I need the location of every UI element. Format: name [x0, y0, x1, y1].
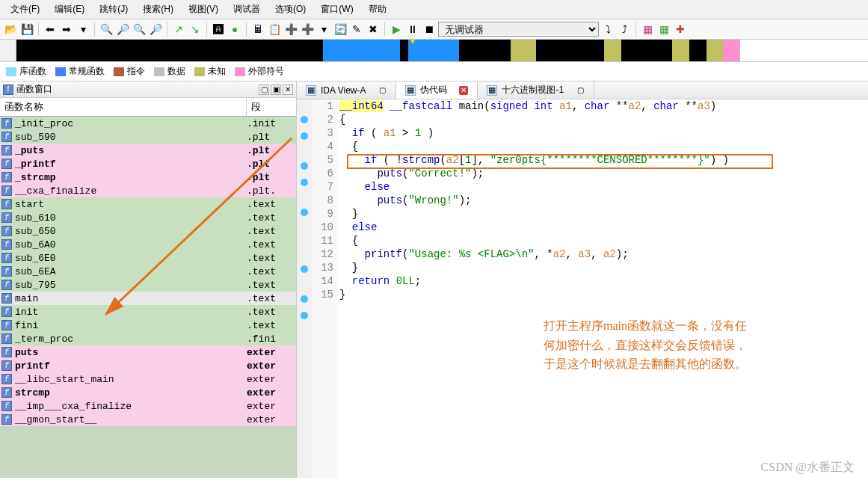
menu-jump[interactable]: 跳转(J) [92, 1, 135, 17]
menu-view[interactable]: 视图(V) [181, 1, 226, 17]
panel-close-icon[interactable]: ✕ [283, 84, 293, 95]
refresh-icon[interactable]: 🔄 [333, 22, 348, 37]
breakpoint-dot[interactable] [301, 312, 308, 319]
run-icon[interactable]: ● [227, 22, 242, 37]
back-icon[interactable]: ⬅ [43, 22, 58, 37]
function-row[interactable]: f__gmon_start__exter [0, 413, 296, 426]
code-line[interactable]: else [339, 221, 868, 234]
function-row[interactable]: fsub_795.text [0, 278, 296, 292]
menu-debugger[interactable]: 调试器 [226, 1, 268, 17]
win2-icon[interactable]: ▦ [656, 22, 671, 37]
delete-icon[interactable]: ✖ [366, 22, 381, 37]
plus2-icon[interactable]: ➕ [300, 22, 315, 37]
tab[interactable]: ▦十六进制视图-1▢ [478, 81, 594, 99]
function-list-header[interactable]: 函数名称 段 [0, 98, 296, 117]
function-row[interactable]: fsub_6EA.text [0, 265, 296, 278]
minus-icon[interactable]: ▾ [316, 22, 331, 37]
breakpoint-dot[interactable] [301, 295, 308, 303]
seq-search-icon[interactable]: 🔎 [148, 22, 163, 37]
function-row[interactable]: fsub_650.text [0, 224, 296, 238]
stop-icon[interactable]: ⏹ [422, 22, 437, 37]
hex-icon[interactable]: 🅰 [211, 22, 226, 37]
code-line[interactable]: __int64 __fastcall main(signed int a1, c… [339, 99, 868, 113]
function-row[interactable]: ffini.text [0, 319, 296, 332]
save-icon[interactable]: 💾 [19, 22, 34, 37]
function-row[interactable]: finit.text [0, 305, 296, 319]
text-search-icon[interactable]: 🔍 [99, 22, 114, 37]
function-row[interactable]: f_puts.plt [0, 144, 296, 157]
breakpoint-dot[interactable] [301, 132, 308, 140]
calc-icon[interactable]: 🖩 [250, 22, 265, 37]
code-line[interactable]: } [339, 288, 868, 301]
function-row[interactable]: f_init_proc.init [0, 117, 296, 130]
function-row[interactable]: fsub_6E0.text [0, 251, 296, 265]
code-line[interactable]: puts("Wrong!"); [339, 194, 868, 207]
debugger-select[interactable]: 无调试器 [438, 22, 599, 37]
step-into-icon[interactable]: ⤵ [600, 22, 615, 37]
script-icon[interactable]: 📋 [267, 22, 282, 37]
breakpoint-gutter[interactable] [297, 99, 312, 478]
code-line[interactable]: if ( a1 > 1 ) [339, 126, 868, 140]
step-over-icon[interactable]: ⤴ [617, 22, 632, 37]
menu-window[interactable]: 窗口(W) [313, 1, 360, 17]
function-row[interactable]: f_term_proc.fini [0, 332, 296, 345]
function-row[interactable]: fstart.text [0, 197, 296, 211]
navigation-bar[interactable]: ▼ [0, 40, 868, 62]
plus1-icon[interactable]: ➕ [283, 22, 298, 37]
function-row[interactable]: fmain.text [0, 292, 296, 305]
edit-icon[interactable]: ✎ [349, 22, 364, 37]
win3-icon[interactable]: ✚ [673, 22, 688, 37]
function-list[interactable]: f_init_proc.initfsub_590.pltf_puts.pltf_… [0, 117, 296, 478]
pause-icon[interactable]: ⏸ [405, 22, 420, 37]
code-area[interactable]: 123456789101112131415 __int64 __fastcall… [297, 99, 868, 478]
xrefs-from-icon[interactable]: ↘ [188, 22, 203, 37]
breakpoint-dot[interactable] [301, 162, 308, 170]
function-row[interactable]: fstrcmpexter [0, 386, 296, 399]
fwd-icon[interactable]: ➡ [59, 22, 74, 37]
function-row[interactable]: fsub_610.text [0, 211, 296, 224]
function-row[interactable]: fsub_590.plt [0, 130, 296, 144]
menu-edit[interactable]: 编辑(E) [47, 1, 92, 17]
code-line[interactable]: else [339, 180, 868, 194]
col-segment[interactable]: 段 [247, 98, 296, 116]
code-line[interactable]: { [339, 140, 868, 153]
menu-options[interactable]: 选项(O) [268, 1, 313, 17]
panel-pin-icon[interactable]: ▢ [259, 84, 269, 95]
dropdown-icon[interactable]: ▾ [76, 22, 90, 37]
play-icon[interactable]: ▶ [389, 22, 404, 37]
function-row[interactable]: f__imp___cxa_finalizeexter [0, 399, 296, 413]
breakpoint-dot[interactable] [301, 209, 308, 216]
imm-search-icon[interactable]: 🔍 [132, 22, 147, 37]
col-name[interactable]: 函数名称 [0, 98, 247, 116]
function-row[interactable]: fsub_6A0.text [0, 238, 296, 251]
close-icon[interactable]: ▢ [576, 86, 585, 95]
close-icon[interactable]: ✕ [459, 86, 468, 95]
function-row[interactable]: f_strcmp.plt [0, 170, 296, 184]
close-icon[interactable]: ▢ [378, 86, 387, 95]
breakpoint-dot[interactable] [301, 116, 308, 123]
code-line[interactable]: { [339, 234, 868, 247]
open-icon[interactable]: 📂 [3, 22, 18, 37]
function-row[interactable]: fprintfexter [0, 359, 296, 372]
xrefs-to-icon[interactable]: ↗ [171, 22, 186, 37]
function-row[interactable]: f__cxa_finalize.plt. [0, 184, 296, 197]
code-line[interactable]: { [339, 113, 868, 126]
code-line[interactable]: printf("Usage: %s <FLAG>\n", *a2, a3, a2… [339, 247, 868, 261]
menu-help[interactable]: 帮助 [361, 1, 394, 17]
code-content[interactable]: __int64 __fastcall main(signed int a1, c… [338, 99, 868, 478]
menu-file[interactable]: 文件(F) [3, 1, 47, 17]
function-row[interactable]: f__libc_start_mainexter [0, 372, 296, 386]
panel-float-icon[interactable]: ▣ [271, 84, 281, 95]
tab[interactable]: ▦IDA View-A▢ [297, 81, 396, 99]
code-line[interactable]: } [339, 261, 868, 274]
code-line[interactable]: return 0LL; [339, 274, 868, 288]
breakpoint-dot[interactable] [301, 265, 308, 273]
function-row[interactable]: f_printf.plt [0, 157, 296, 170]
menu-search[interactable]: 搜索(H) [135, 1, 181, 17]
win1-icon[interactable]: ▦ [640, 22, 655, 37]
breakpoint-dot[interactable] [301, 179, 308, 186]
function-row[interactable]: fputsexter [0, 345, 296, 359]
binary-search-icon[interactable]: 🔎 [115, 22, 130, 37]
code-line[interactable]: } [339, 207, 868, 221]
tab[interactable]: ▦伪代码✕ [396, 81, 478, 99]
